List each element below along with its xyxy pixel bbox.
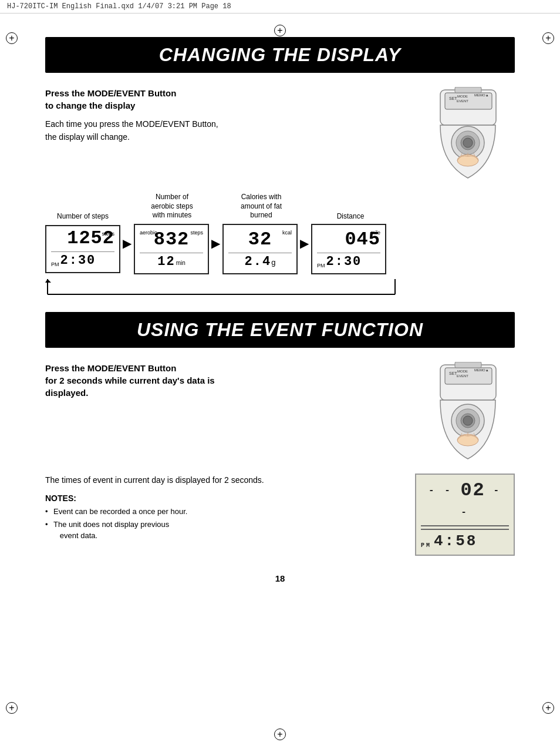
notes-list: Event can be recorded a once per hour. T… <box>45 506 397 541</box>
section2-title: USING THE EVENT FUNCTION <box>57 319 503 341</box>
registration-mark-tl <box>6 32 18 44</box>
distance-label: mile <box>370 230 380 236</box>
svg-rect-6 <box>455 87 481 93</box>
return-arrow-container <box>45 278 515 300</box>
note-1: Event can be recorded a once per hour. <box>45 506 397 517</box>
section2-title-bar: USING THE EVENT FUNCTION <box>45 312 515 348</box>
svg-text:MEMO▲: MEMO▲ <box>474 368 489 372</box>
distance-time: 2:30 <box>326 254 362 269</box>
arrow-3: ▶ <box>298 236 311 250</box>
registration-mark-bl <box>6 702 18 714</box>
svg-point-29 <box>463 416 473 425</box>
steps-label: steps <box>102 231 114 237</box>
section1-instruction-row: Press the MODE/EVENT Buttonto change the… <box>45 87 515 181</box>
arrow-1: ▶ <box>120 236 134 250</box>
display-label-1: Number of steps <box>45 212 120 220</box>
event-bottom-display: PM 4:58 <box>421 532 509 550</box>
svg-text:MODE: MODE <box>457 95 468 98</box>
section1-title: CHANGING THE DISPLAY <box>57 44 503 66</box>
notes-section: NOTES: Event can be recorded a once per … <box>45 494 397 541</box>
event-bottom-text: The times of event in current day is dis… <box>45 474 415 543</box>
svg-rect-25 <box>455 362 481 368</box>
lcd-display-aerobic: aerobic steps 832 12min <box>134 224 209 274</box>
device-illustration-1: SET MODE EVENT MEMO▲ <box>421 87 515 181</box>
calories-top-value: 32 <box>248 230 272 249</box>
registration-mark-tr <box>542 32 554 44</box>
svg-point-10 <box>463 138 473 147</box>
device-illustration-2: SET MODE EVENT MEMO▲ <box>421 362 515 462</box>
display-label-2: Number ofaerobic stepswith minutes <box>134 193 210 220</box>
calories-label: kcal <box>282 230 292 236</box>
section1-heading: Press the MODE/EVENT Buttonto change the… <box>45 87 409 112</box>
section1-title-bar: CHANGING THE DISPLAY <box>45 37 515 73</box>
section2-instruction-text: Press the MODE/EVENT Buttonfor 2 seconds… <box>45 362 421 405</box>
note-2: The unit does not display previous event… <box>45 519 397 540</box>
aerobic-top-value: 832 <box>154 230 190 249</box>
svg-text:MODE: MODE <box>457 370 468 373</box>
return-arrow-svg <box>45 278 397 298</box>
header-bar: HJ-720ITC-IM English Final.qxd 1/4/07 3:… <box>0 0 560 14</box>
section1-body: Each time you press the MODE/EVENT Butto… <box>45 118 409 144</box>
page-number: 18 <box>45 573 515 583</box>
event-time: 4:58 <box>434 532 477 550</box>
section1-instruction-text: Press the MODE/EVENT Buttonto change the… <box>45 87 421 144</box>
calories-g: g <box>271 258 275 267</box>
registration-mark-top <box>274 25 286 36</box>
calories-bottom-value: 2.4 <box>245 254 272 269</box>
aerobic-label-right: steps <box>190 230 203 236</box>
section2-heading: Press the MODE/EVENT Buttonfor 2 seconds… <box>45 362 409 399</box>
lcd-display-steps: 1252 steps PM 2:30 <box>45 225 120 273</box>
device-svg-1: SET MODE EVENT MEMO▲ <box>423 87 514 181</box>
aerobic-min: min <box>176 260 185 266</box>
lcd-display-calories: kcal 32 2.4g <box>222 224 298 274</box>
steps-pm: PM <box>51 261 59 267</box>
registration-mark-bottom <box>274 728 286 740</box>
svg-text:EVENT: EVENT <box>456 99 468 103</box>
lcd-display-distance: mile 045 PM 2:30 <box>311 224 386 274</box>
svg-text:MEMO▲: MEMO▲ <box>474 93 489 97</box>
steps-time: 2:30 <box>60 253 96 268</box>
event-display-wrapper: - - 02 - - PM 4:58 <box>415 474 515 556</box>
event-body: The times of event in current day is dis… <box>45 474 397 486</box>
file-info: HJ-720ITC-IM English Final.qxd 1/4/07 3:… <box>7 2 231 11</box>
notes-label: NOTES: <box>45 494 397 503</box>
arrow-2: ▶ <box>209 236 222 250</box>
event-bottom-row: The times of event in current day is dis… <box>45 474 515 556</box>
main-content: CHANGING THE DISPLAY Press the MODE/EVEN… <box>10 14 550 607</box>
registration-mark-br <box>542 702 554 714</box>
aerobic-bottom-value: 12 <box>157 254 175 269</box>
lcd-event-display: - - 02 - - PM 4:58 <box>415 474 515 556</box>
aerobic-label-left: aerobic <box>140 230 157 236</box>
event-top-value: - - 02 - - <box>421 479 509 526</box>
section2-instruction-row: Press the MODE/EVENT Buttonfor 2 seconds… <box>45 362 515 462</box>
event-pm: PM <box>421 542 431 549</box>
display-label-4: Distance <box>313 212 388 220</box>
device-svg-2: SET MODE EVENT MEMO▲ <box>423 362 514 462</box>
svg-text:EVENT: EVENT <box>456 374 468 378</box>
display-label-3: Calories withamount of fatburned <box>224 193 299 220</box>
distance-pm: PM <box>317 263 325 268</box>
